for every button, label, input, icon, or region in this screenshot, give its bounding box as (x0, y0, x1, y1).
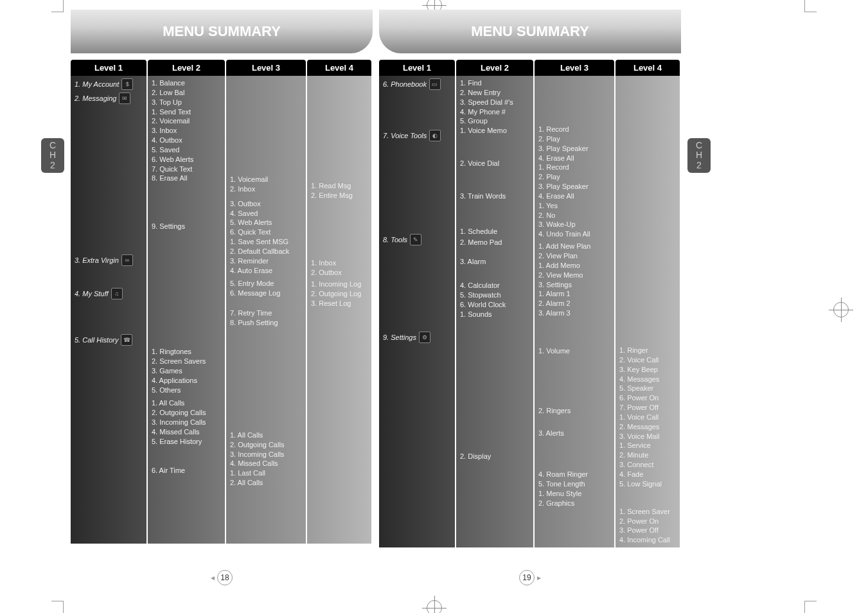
menu-item: 1. Read Msg (311, 181, 368, 191)
section-title: 4. My Stuff (75, 289, 109, 299)
menu-items: 1. All Calls2. Outgoing Calls3. Incoming… (230, 431, 302, 488)
registration-mark (427, 600, 442, 613)
menu-item: 2. View Plan (538, 251, 610, 261)
menu-item: 2. Inbox (230, 184, 302, 194)
menu-item: 4. Incoming Call (619, 535, 676, 545)
menu-item: 1. All Calls (230, 431, 302, 440)
menu-item: 1. Balance (152, 78, 221, 88)
section-icon: ◐ (429, 130, 441, 141)
menu-item: 4. Undo Train All (538, 229, 610, 239)
menu-item: 1. Volume (538, 346, 610, 356)
menu-item: 2. Ringers (538, 406, 610, 416)
menu-item: 4. Erase All (538, 154, 610, 163)
menu-item: 2. Minute (619, 450, 676, 460)
menu-item: 1. Record (538, 163, 610, 172)
menu-item: 4. Calculator (460, 281, 529, 290)
menu-item: 1. Record (538, 125, 610, 134)
menu-item: 7. Power Off (619, 403, 676, 413)
menu-item: 1. Save Sent MSG (230, 237, 302, 247)
page-title: MENU SUMMARY (379, 10, 681, 53)
menu-table: Level 1 6. Phonebook▭7. Voice Tools◐8. T… (379, 60, 681, 547)
menu-item: 6. Message Log (230, 289, 302, 298)
menu-item: 3. Play Speaker (538, 144, 610, 154)
menu-item: 2. View Memo (538, 271, 610, 280)
menu-item: 3. Top Up (152, 98, 221, 107)
crop-mark (804, 0, 817, 12)
chapter-tab: C H 2 (687, 138, 711, 173)
menu-table: Level 1 1. My Account$2. Messaging✉3. Ex… (71, 60, 373, 544)
menu-item: 5. Others (152, 386, 221, 395)
menu-items: 3. Alerts (538, 429, 610, 438)
menu-item: 1. Last Call (230, 468, 302, 478)
menu-item: 2. Voice Dial (460, 159, 529, 168)
menu-item: 2. Low Bal (152, 88, 221, 98)
menu-items: 1. Sounds (460, 310, 529, 319)
menu-item: 2. Power On (619, 517, 676, 526)
menu-item: 3. Reset Log (311, 299, 368, 308)
section-title: 3. Extra Virgin (75, 256, 119, 265)
menu-item: 7. Retry Time (230, 308, 302, 318)
menu-item: 3. Alarm 3 (538, 308, 610, 318)
section-title: 7. Voice Tools (383, 131, 427, 141)
menu-items: 3. Alarm (460, 257, 529, 267)
menu-item: 4. Missed Calls (152, 427, 221, 437)
col-header-level4: Level 4 (616, 60, 680, 76)
section-icon: ✎ (410, 234, 421, 245)
menu-item: 2. All Calls (230, 478, 302, 488)
menu-item: 1. Voice Memo (460, 126, 529, 136)
menu-item: 6. Air Time (152, 466, 221, 475)
menu-items: 2. Ringers (538, 406, 610, 416)
col-header-level3: Level 3 (535, 60, 614, 76)
menu-items: 4. Roam Ringer5. Tone Length1. Menu Styl… (538, 470, 610, 508)
section-icon: ▭ (429, 78, 441, 90)
menu-item: 3. Voice Mail (619, 432, 676, 441)
menu-item: 1. Find (460, 78, 529, 88)
menu-item: 3. Settings (538, 280, 610, 290)
section-title: 1. My Account (75, 80, 119, 89)
menu-item: 9. Settings (152, 222, 221, 231)
col-header-level4: Level 4 (307, 60, 371, 76)
menu-items: 1. Read Msg2. Entire Msg (311, 181, 368, 200)
menu-items: 9. Settings (152, 222, 221, 231)
menu-items: 1. Incoming Log2. Outgoing Log3. Reset L… (311, 280, 368, 308)
menu-item: 4. Fade (619, 470, 676, 479)
menu-item: 3. Alarm (460, 257, 529, 267)
section-icon: ∞ (121, 254, 133, 266)
menu-item: 2. Memo Pad (460, 238, 529, 247)
menu-item: 1. Menu Style (538, 489, 610, 499)
menu-items: 6. Air Time (152, 466, 221, 475)
menu-items: 1. Add New Plan2. View Plan1. Add Memo2.… (538, 242, 610, 318)
menu-item: 1. Screen Saver (619, 507, 676, 517)
menu-item: 4. Saved (230, 209, 302, 218)
menu-items: 1. Volume (538, 346, 610, 356)
menu-items: 1. All Calls2. Outgoing Calls3. Incoming… (152, 398, 221, 446)
col-header-level1: Level 1 (71, 60, 146, 76)
crop-mark (804, 601, 817, 613)
menu-item: 1. Add New Plan (538, 242, 610, 251)
menu-item: 3. Train Words (460, 191, 529, 201)
menu-item: 1. Service (619, 441, 676, 450)
section-icon: ☎ (121, 334, 132, 346)
menu-item: 2. Screen Savers (152, 357, 221, 366)
menu-items: 1. Record2. Play3. Play Speaker4. Erase … (538, 125, 610, 239)
section-icon: ⚙ (419, 332, 430, 343)
menu-item: 2. Outgoing Calls (152, 408, 221, 418)
menu-item: 3. Key Beep (619, 365, 676, 375)
menu-item: 5. Erase History (152, 437, 221, 447)
menu-section: 2. Messaging✉ (75, 93, 143, 104)
menu-section: 3. Extra Virgin∞ (75, 254, 143, 266)
menu-item: 3. Incoming Calls (230, 450, 302, 459)
menu-item: 1. Ringtones (152, 347, 221, 357)
menu-item: 3. Connect (619, 460, 676, 470)
menu-item: 3. Inbox (152, 126, 221, 136)
menu-item: 4. Roam Ringer (538, 470, 610, 479)
section-title: 8. Tools (383, 235, 407, 245)
menu-item: 6. Web Alerts (152, 155, 221, 164)
menu-item: 2. Alarm 2 (538, 299, 610, 308)
registration-mark (833, 302, 849, 317)
menu-item: 4. Messages (619, 375, 676, 384)
col-header-level2: Level 2 (456, 60, 533, 76)
menu-section: 4. My Stuff♫ (75, 288, 143, 299)
menu-item: 3. Power Off (619, 526, 676, 535)
chapter-tab: C H 2 (41, 138, 64, 173)
